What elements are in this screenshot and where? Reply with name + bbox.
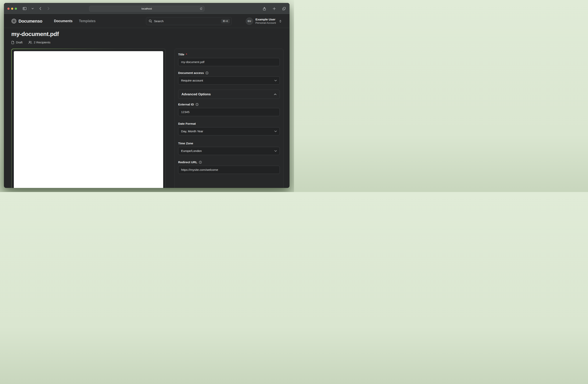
time-zone-select[interactable]: Europe/London [178, 147, 280, 155]
new-tab-plus-icon[interactable] [272, 6, 277, 11]
advanced-options-label: Advanced Options [181, 92, 211, 96]
search-input[interactable]: Search ⌘+K [146, 17, 232, 25]
page-title: my-document.pdf [11, 31, 283, 37]
title-label: Title [178, 53, 184, 56]
traffic-lights [7, 8, 17, 10]
recipients-badge: 2 Recipients [28, 41, 50, 44]
external-id-input[interactable] [178, 108, 280, 116]
documenso-logo-icon [11, 19, 17, 24]
search-placeholder: Search [154, 19, 164, 23]
external-id-label: External ID [178, 103, 194, 106]
account-menu[interactable]: EU Example User Personal Account [246, 18, 282, 25]
pdf-page[interactable] [14, 51, 163, 188]
account-type: Personal Account [255, 21, 276, 25]
address-bar[interactable]: localhost [89, 6, 204, 12]
close-window-button[interactable] [7, 8, 10, 10]
required-asterisk: * [186, 53, 187, 56]
account-name: Example User [255, 18, 276, 21]
chevron-down-icon [274, 131, 277, 132]
file-icon [11, 41, 14, 44]
app-header: Documenso Documents Templates Search ⌘+K… [4, 14, 290, 28]
document-access-label: Document access [178, 71, 204, 75]
zoom-window-button[interactable] [15, 8, 17, 10]
status-label: Draft [16, 41, 22, 44]
redirect-url-label: Redirect URL [178, 160, 197, 164]
chevron-down-icon [274, 80, 277, 81]
nav-item-documents[interactable]: Documents [54, 19, 72, 23]
external-id-field-group: External ID [178, 103, 280, 116]
chevrons-up-down-icon [279, 20, 282, 23]
document-meta-row: Draft 2 Recipients [11, 41, 283, 44]
nav-item-templates[interactable]: Templates [79, 19, 96, 23]
info-icon[interactable] [195, 103, 199, 106]
advanced-options-toggle[interactable]: Advanced Options [178, 90, 280, 99]
pdf-preview-inner [12, 49, 165, 188]
minimize-window-button[interactable] [11, 8, 13, 10]
tab-overview-chevron-icon[interactable] [30, 6, 35, 11]
chevron-down-icon [274, 150, 277, 152]
pdf-preview-card [11, 49, 166, 188]
title-input[interactable] [178, 58, 280, 66]
time-zone-label: Time Zone [178, 142, 193, 145]
document-settings-panel: Title * Document access [174, 49, 283, 188]
document-editor-page: my-document.pdf Draft 2 Recipients [4, 28, 290, 188]
redirect-url-input[interactable] [178, 166, 280, 174]
forward-button-icon[interactable] [46, 6, 51, 11]
titlebar-separator [28, 7, 29, 10]
redirect-url-field-group: Redirect URL [178, 160, 280, 174]
back-button-icon[interactable] [38, 6, 43, 11]
document-access-value: Require account [181, 79, 203, 82]
date-format-label: Date Format [178, 122, 196, 125]
browser-window: localhost [4, 3, 290, 188]
share-icon[interactable] [262, 6, 267, 11]
brand-name: Documenso [19, 19, 42, 24]
address-bar-url: localhost [142, 7, 152, 10]
info-icon[interactable] [199, 161, 202, 164]
avatar: EU [246, 18, 253, 25]
tab-overview-icon[interactable] [281, 6, 286, 11]
title-field-group: Title * [178, 53, 280, 66]
chevron-up-icon [274, 94, 276, 95]
time-zone-value: Europe/London [181, 149, 202, 153]
info-icon[interactable] [205, 71, 209, 75]
date-format-field-group: Date Format Day, Month Year [178, 122, 280, 135]
search-icon [149, 19, 152, 23]
document-access-field-group: Document access Require account [178, 71, 280, 85]
recipients-label: 2 Recipients [34, 41, 50, 44]
search-shortcut-badge: ⌘+K [221, 19, 230, 23]
status-badge: Draft [11, 41, 22, 44]
date-format-select[interactable]: Day, Month Year [178, 127, 280, 135]
brand[interactable]: Documenso [11, 19, 42, 24]
time-zone-field-group: Time Zone Europe/London [178, 142, 280, 155]
users-icon [28, 41, 32, 44]
document-access-select[interactable]: Require account [178, 77, 280, 85]
date-format-value: Day, Month Year [181, 130, 203, 133]
reload-icon[interactable] [200, 7, 203, 10]
sidebar-toggle-icon[interactable] [22, 6, 27, 11]
browser-titlebar: localhost [4, 3, 290, 14]
main-nav: Documents Templates [54, 19, 96, 23]
